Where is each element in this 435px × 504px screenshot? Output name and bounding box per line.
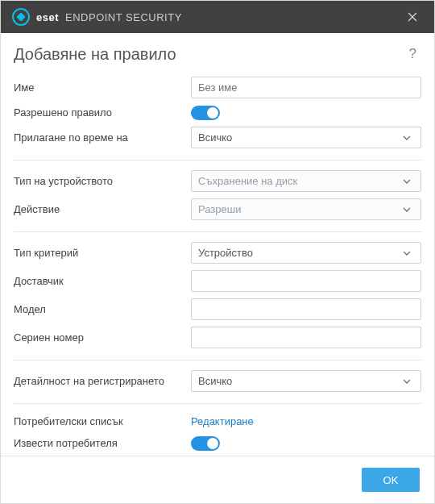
chevron-down-icon [403,135,416,140]
logging-severity-select[interactable]: Всичко [191,370,421,392]
footer: OK [1,456,434,503]
label-serial: Сериен номер [14,327,183,348]
separator [14,360,421,360]
label-logging-severity: Детайлност на регистрирането [14,370,183,392]
chevron-down-icon [403,379,416,384]
notify-user-toggle[interactable] [191,436,220,451]
label-user-list: Потребителски списък [14,410,183,432]
criteria-type-value: Устройство [198,247,253,259]
action-select[interactable]: Разреши [191,198,421,220]
label-action: Действие [14,198,183,220]
device-type-select[interactable]: Съхранение на диск [191,170,421,192]
edit-user-list-link[interactable]: Редактиране [191,415,254,427]
brand-text-1: eset [36,11,59,23]
chevron-down-icon [403,179,416,184]
device-type-value: Съхранение на диск [198,175,297,187]
label-criteria-type: Тип критерий [14,242,183,264]
help-button[interactable]: ? [404,44,421,64]
ok-button[interactable]: OK [362,468,420,492]
apply-during-value: Всичко [198,131,232,144]
brand-logo-icon [12,8,30,26]
criteria-type-select[interactable]: Устройство [191,242,421,264]
label-notify-user: Извести потребителя [14,432,183,454]
separator [14,403,421,404]
label-name: Име [14,77,183,98]
logging-severity-value: Всичко [198,375,232,387]
model-input[interactable] [191,298,421,320]
chevron-down-icon [403,207,416,212]
close-icon [408,12,417,22]
brand: eset ENDPOINT SECURITY [12,8,182,26]
titlebar: eset ENDPOINT SECURITY [1,1,434,33]
brand-text-2: ENDPOINT SECURITY [65,11,182,23]
chevron-down-icon [403,251,416,256]
name-input[interactable] [191,77,421,98]
vendor-input[interactable] [191,270,421,292]
close-button[interactable] [400,5,425,29]
help-icon: ? [409,46,416,61]
label-device-type: Тип на устройството [14,170,183,192]
serial-input[interactable] [191,327,421,348]
separator [14,160,421,160]
label-rule-enabled: Разрешено правило [14,102,183,123]
label-apply-during: Прилагане по време на [14,127,183,148]
page-title: Добавяне на правило [14,45,404,64]
action-value: Разреши [198,203,241,215]
separator [14,231,421,232]
label-vendor: Доставчик [14,270,183,292]
apply-during-select[interactable]: Всичко [191,127,421,148]
rule-enabled-toggle[interactable] [191,106,220,120]
label-model: Модел [14,298,183,320]
